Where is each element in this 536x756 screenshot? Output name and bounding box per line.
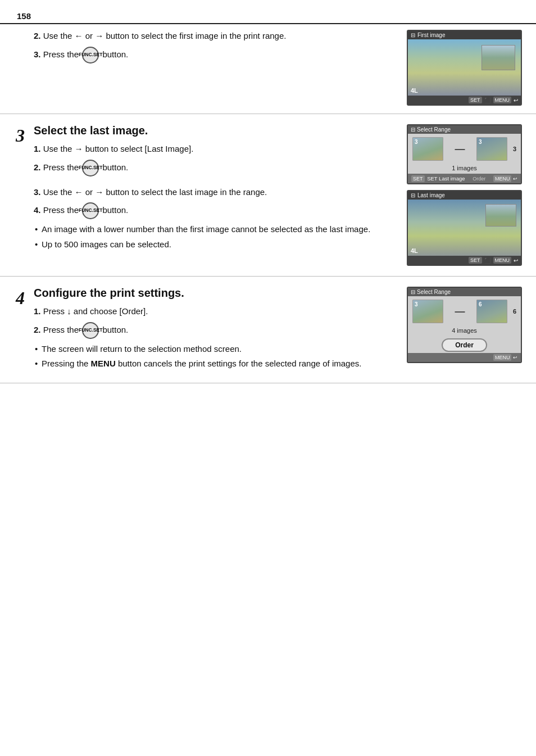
thumb-last: 6 — [476, 300, 507, 323]
footer-order: Order — [473, 176, 485, 182]
grid-icon: ⊟ — [411, 289, 415, 295]
step-4-2: 2. Press the FUNC.SET button. — [34, 322, 400, 339]
step-top-3: 3. Press the FUNC.SET button. — [34, 47, 400, 64]
step-3-2: 2. Press the FUNC.SET button. — [34, 160, 400, 176]
step-4-1: 1. Press ↓ and choose [Order]. — [34, 305, 400, 318]
screen-footer: MENU ↩ — [408, 353, 521, 362]
thumb-first: 3 — [412, 300, 443, 323]
footer-right: MENU ↩ — [493, 355, 517, 360]
section-3-screenshots: ⊟ Select Range 3 — 3 3 1 images SET — [407, 124, 525, 266]
first-image-screen: ⊟ First image 4L SET ⬛ MENU ↩ — [407, 30, 522, 106]
section-4: 4 Configure the print settings. 1. Press… — [0, 277, 536, 383]
screen-image: 4L — [408, 200, 521, 256]
top-section: 2. Use the ← or → button to select the f… — [0, 24, 536, 114]
page: 158 2. Use the ← or → button to select t… — [0, 0, 536, 406]
select-range-screen-top: ⊟ Select Range 3 — 3 3 1 images SET — [407, 124, 522, 184]
top-left-content: 2. Use the ← or → button to select the f… — [0, 30, 407, 67]
set-label: SET — [469, 97, 482, 103]
section-4-content: Configure the print settings. 1. Press ↓… — [29, 287, 407, 373]
thumb-dash: — — [443, 306, 476, 318]
print-icon: ⬛ — [484, 257, 491, 264]
func-set-button-icon: FUNC.SET — [82, 322, 99, 339]
screen-header: ⊟ Last image — [408, 191, 521, 200]
page-number: 158 — [0, 11, 536, 24]
step-num: 3. — [34, 49, 41, 58]
section-4-number: 4 — [0, 288, 29, 309]
thumb-num-first: 3 — [415, 301, 418, 307]
func-set-button-icon: FUNC.SET — [82, 160, 99, 176]
step-3-3: 3. Use the ← or → button to select the l… — [34, 186, 400, 199]
screen-header: ⊟ First image — [408, 31, 521, 39]
step-num: 2. — [34, 31, 41, 40]
select-range-header: ⊟ Select Range — [408, 125, 521, 134]
print-icon: ⬛ — [484, 97, 491, 103]
thumb-last: 3 — [476, 137, 507, 161]
order-button[interactable]: Order — [442, 338, 487, 352]
image-count: 4 images — [408, 327, 521, 336]
func-set-button-icon: FUNC.SET — [82, 47, 99, 64]
func-set-button-icon: FUNC.SET — [82, 202, 99, 219]
grid-icon: ⊟ — [411, 126, 415, 133]
step-3-4: 4. Press the FUNC.SET button. — [34, 202, 400, 219]
section-3: 3 Select the last image. 1. Use the → bu… — [0, 114, 536, 277]
bullet-3-2: Up to 500 images can be selected. — [34, 238, 400, 251]
thumb-num-last: 6 — [479, 301, 482, 307]
select-range-screen-4: ⊟ Select Range 3 — 6 6 4 images Order — [407, 287, 522, 363]
thumb-num-last: 3 — [479, 139, 482, 145]
section-3-number: 3 — [0, 125, 29, 146]
corner-label: 4L — [411, 87, 418, 94]
step-top-2: 2. Use the ← or → button to select the f… — [34, 30, 400, 43]
select-range-header: ⊟ Select Range — [408, 288, 521, 296]
screen-footer: SET ⬛ MENU ↩ — [408, 96, 521, 105]
thumb-right-count: 3 — [507, 146, 516, 152]
thumbs-row: 3 — 3 3 — [408, 134, 521, 164]
image-count: 1 images — [408, 164, 521, 174]
bullet-4-2: Pressing the MENU button cancels the pri… — [34, 357, 400, 370]
footer-right: MENU ↩ — [493, 176, 517, 182]
grid-icon: ⊟ — [411, 32, 415, 38]
bullet-4-1: The screen will return to the selection … — [34, 343, 400, 355]
section-4-screenshots: ⊟ Select Range 3 — 6 6 4 images Order — [407, 287, 525, 363]
thumb-num-first: 3 — [415, 139, 418, 145]
top-right-screenshots: ⊟ First image 4L SET ⬛ MENU ↩ — [407, 30, 525, 106]
thumbs-row: 3 — 6 6 — [408, 296, 521, 327]
bullet-3-1: An image with a lower number than the fi… — [34, 223, 400, 236]
return-icon: ↩ — [514, 257, 518, 264]
grid-icon: ⊟ — [411, 192, 415, 198]
return-icon: ↩ — [514, 97, 518, 103]
last-image-screen: ⊟ Last image 4L SET ⬛ MENU ↩ — [407, 190, 522, 266]
section-3-content: Select the last image. 1. Use the → butt… — [29, 124, 407, 253]
footer-left: SET SET Last image — [411, 175, 465, 182]
menu-label: MENU — [493, 257, 512, 264]
screen-image: 4L — [408, 39, 521, 96]
set-label: SET — [469, 257, 482, 264]
thumb-right-count: 6 — [507, 308, 516, 315]
thumb-first: 3 — [412, 137, 443, 161]
thumb-dash: — — [443, 143, 476, 155]
section-3-title: Select the last image. — [34, 124, 400, 137]
menu-label: MENU — [493, 97, 512, 103]
step-3-1: 1. Use the → button to select [Last Imag… — [34, 143, 400, 156]
screen-footer: SET SET Last image Order MENU ↩ — [408, 174, 521, 183]
section-4-title: Configure the print settings. — [34, 287, 400, 300]
screen-footer: SET ⬛ MENU ↩ — [408, 256, 521, 265]
